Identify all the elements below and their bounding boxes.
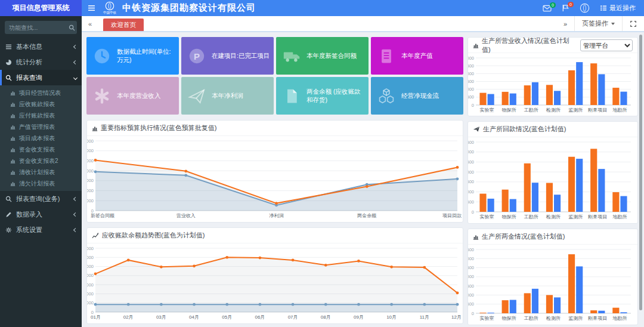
sidebar-subitem-label: 资金收支报表2 [19, 157, 58, 165]
sidebar-subitem-label: 清欠计划报表 [19, 180, 55, 188]
stat-card[interactable]: 本年度产值 [371, 37, 463, 75]
svg-text:刚果项目: 刚果项目 [588, 316, 607, 321]
sidebar-group-2[interactable]: 报表查询 [0, 70, 82, 85]
stat-card[interactable]: 两金余额 (应收账款和存货) [276, 77, 369, 115]
sidebar-subitem-label: 应付账款报表 [19, 112, 55, 120]
sidebar-subitem[interactable]: 项目成本报表 [0, 132, 82, 144]
svg-text:7000: 7000 [87, 246, 94, 251]
tab-operations-label: 页签操作 [582, 19, 608, 28]
stat-card[interactable]: 本年净利润 [181, 77, 274, 115]
stat-card[interactable]: 数据截止时间(单位: 万元) [86, 37, 179, 75]
bars-icon [5, 44, 12, 50]
svg-text:500: 500 [468, 199, 474, 205]
sidebar-subitem[interactable]: 清欠计划报表 [0, 178, 82, 189]
panel-production-payback: 生产所回款情况(蓝色计划值) 0500100015002000250030003… [467, 121, 638, 224]
svg-text:12月: 12月 [451, 314, 462, 320]
svg-text:5000: 5000 [87, 264, 94, 269]
hamburger-menu-icon[interactable] [82, 5, 101, 11]
svg-text:物探所: 物探所 [501, 214, 516, 220]
svg-text:500: 500 [468, 301, 474, 307]
bar-chart-icon [92, 125, 98, 131]
svg-text:5000: 5000 [87, 198, 94, 203]
stat-card[interactable]: 本年度新签合同额 [276, 37, 369, 75]
sidebar-subitem[interactable]: 资金收支报表 [0, 144, 82, 155]
sidebar-group-3[interactable]: 报表查询(业务) [0, 191, 82, 206]
svg-text:3000: 3000 [468, 256, 474, 261]
svg-text:3000: 3000 [468, 55, 474, 61]
sidebar-group-4[interactable]: 数据录入 [0, 206, 82, 222]
emblem-icon[interactable] [580, 3, 590, 13]
sidebar-subitem[interactable]: 应收账款报表 [0, 98, 82, 110]
chevron-left-icon [73, 44, 78, 48]
tab-bar: « 欢迎首页 » 页签操作 [82, 16, 644, 32]
stat-card-label: 本年度营业收入 [117, 92, 163, 100]
platform-select[interactable]: 管理平台 [580, 39, 633, 51]
flag-icon[interactable]: 0 [562, 4, 569, 12]
bar-chart-icon [10, 169, 16, 175]
sidebar-group-1[interactable]: 统计分析 [0, 54, 82, 70]
app-window: 项目信息管理系统 基本信息 统计分析 报表查询 项目经营情况表应收账款报表应付账… [0, 0, 644, 327]
mail-icon[interactable]: 0 [543, 5, 552, 12]
content-scrollbar[interactable] [639, 34, 643, 324]
stat-card[interactable]: 本年度营业收入 [86, 77, 179, 115]
left-column: 数据截止时间(单位: 万元) P 在建项目:已完工项目 本年度新签合同额 本年度… [86, 37, 463, 322]
scrollbar-thumb[interactable] [639, 35, 642, 310]
sidebar-group-label: 报表查询 [16, 73, 70, 82]
parking-icon: P [187, 47, 206, 65]
svg-text:刚果项目: 刚果项目 [588, 107, 607, 113]
bar-chart-icon [10, 158, 16, 164]
panel-title: 应收账款余额趋势图(蓝色为计划值) [102, 231, 205, 240]
chevron-left-icon [73, 196, 78, 200]
fullscreen-button[interactable] [622, 16, 644, 31]
bar-chart-icon [10, 90, 16, 95]
svg-text:09月: 09月 [354, 314, 364, 320]
paper-plane-icon [473, 126, 480, 132]
svg-text:02月: 02月 [123, 314, 134, 320]
svg-text:监测所: 监测所 [568, 214, 583, 220]
search-input[interactable] [5, 24, 66, 31]
chevron-down-icon [73, 75, 78, 79]
sidebar-subitem[interactable]: 项目经营情况表 [0, 87, 82, 98]
panel-title: 生产所回款情况(蓝色计划值) [483, 125, 566, 134]
flag-badge: 0 [568, 2, 574, 7]
plane-icon [187, 88, 206, 104]
tabs-scroll-left-button[interactable]: « [82, 16, 98, 31]
tabs-scroll-right-button[interactable]: » [556, 16, 574, 31]
panel-receivable-trend: 应收账款余额趋势图(蓝色为计划值) 0100020003000400050006… [86, 227, 463, 324]
stat-card[interactable]: 经营净现金流 [371, 77, 463, 115]
svg-text:05月: 05月 [222, 314, 232, 320]
clock-icon [92, 47, 112, 65]
right-column: 生产所营业收入情况(蓝色计划值) 管理平台 050010001500200025… [467, 37, 638, 322]
svg-text:检测所: 检测所 [546, 107, 561, 113]
header-actions: 0 0 最近操作 [543, 3, 644, 13]
sidebar-group-0[interactable]: 基本信息 [0, 39, 82, 54]
sidebar-subitem[interactable]: 应付账款报表 [0, 110, 82, 121]
svg-text:35000: 35000 [87, 138, 94, 144]
svg-text:营业收入: 营业收入 [177, 213, 196, 218]
search-icon [5, 75, 12, 81]
chevron-down-icon [611, 23, 615, 25]
tab-bar-controls: » 页签操作 [556, 16, 644, 31]
cubes-icon [377, 88, 396, 104]
sidebar-group-label: 数据录入 [16, 210, 70, 219]
svg-text:地勘所: 地勘所 [612, 214, 627, 220]
svg-text:净利润: 净利润 [270, 213, 284, 218]
svg-text:10月: 10月 [386, 314, 397, 320]
svg-text:1000: 1000 [468, 292, 474, 298]
chevron-left-icon [73, 60, 78, 64]
recent-operations-button[interactable]: 最近操作 [600, 4, 636, 13]
sidebar-group-label: 报表查询(业务) [16, 195, 70, 203]
svg-text:0: 0 [472, 209, 474, 215]
sidebar-subitem[interactable]: 资金收支报表2 [0, 155, 82, 166]
tab-welcome-home[interactable]: 欢迎首页 [103, 18, 144, 31]
sidebar-group-5[interactable]: 系统设置 [0, 222, 82, 237]
file-icon [282, 88, 301, 104]
tab-operations-dropdown[interactable]: 页签操作 [574, 16, 622, 31]
stat-card[interactable]: P 在建项目:已完工项目 [181, 37, 274, 75]
svg-text:15000: 15000 [87, 178, 94, 183]
search-icon[interactable] [66, 24, 77, 31]
sidebar-subitem[interactable]: 产值管理报表 [0, 121, 82, 132]
svg-text:08月: 08月 [321, 314, 331, 320]
sidebar-subitem[interactable]: 清收计划报表 [0, 166, 82, 178]
panel-title: 生产所两金情况(蓝色计划值) [482, 232, 565, 241]
